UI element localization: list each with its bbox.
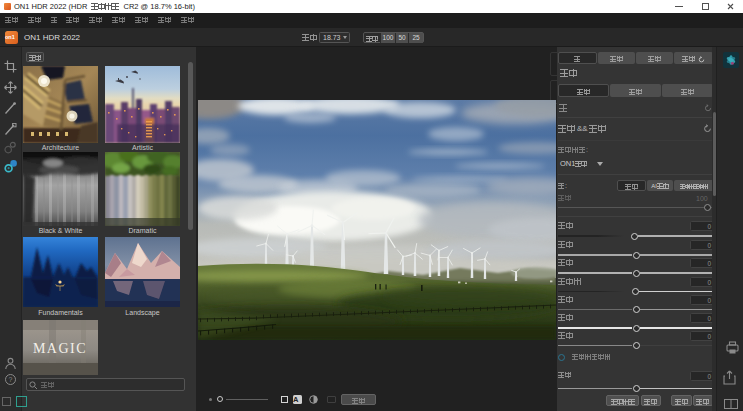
svg-text:MAGIC: MAGIC (33, 341, 87, 356)
svg-text:?: ? (9, 376, 13, 383)
